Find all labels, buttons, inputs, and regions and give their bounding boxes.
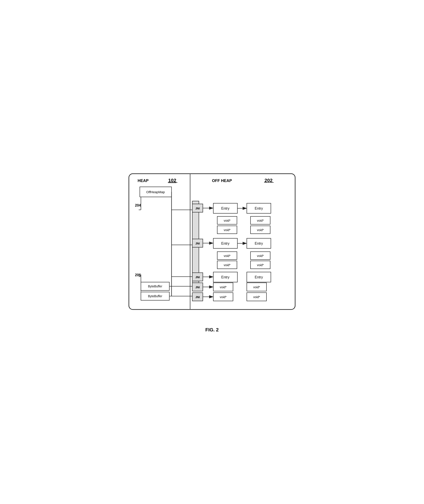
bytebuffer-label-1: ByteBuffer <box>148 285 162 288</box>
jni-label-3c: JNI <box>195 295 200 299</box>
void-label-3-2-1: void* <box>253 285 260 289</box>
entry-label-2-1: Entry <box>221 242 229 245</box>
jni-label-2: JNI <box>195 242 200 245</box>
diagram-svg: HEAP 102 OFF HEAP 202 OffHeapMap 204 JNI <box>127 172 297 320</box>
entry-label-1-2: Entry <box>255 207 263 210</box>
void-label-3-1-1: void* <box>220 285 227 289</box>
void-label-3-2-2: void* <box>253 295 260 299</box>
heap-label: HEAP <box>138 179 149 183</box>
bytebuffer-label-2: ByteBuffer <box>148 294 162 298</box>
void-label-2-1-1: void* <box>224 254 231 258</box>
page-container: HEAP 102 OFF HEAP 202 OffHeapMap 204 JNI <box>127 172 297 333</box>
void-label-1-1-2: void* <box>224 228 231 232</box>
entry-label-1-1: Entry <box>221 207 229 210</box>
void-label-1-1-1: void* <box>224 219 231 222</box>
label-204: 204 <box>135 204 141 207</box>
void-label-2-2-2: void* <box>257 263 264 267</box>
jni-label-1: JNI <box>195 207 200 210</box>
offheapmap-label: OffHeapMap <box>146 190 165 194</box>
jni-label-3b: JNI <box>195 286 200 289</box>
void-label-1-2-1: void* <box>257 219 264 222</box>
void-label-2-2-1: void* <box>257 254 264 258</box>
void-label-1-2-2: void* <box>257 228 264 232</box>
label-206: 206 <box>135 273 141 277</box>
offheap-label: OFF HEAP <box>212 179 232 183</box>
void-label-2-1-2: void* <box>224 263 231 267</box>
figure-label: FIG. 2 <box>205 327 218 333</box>
entry-label-3-1: Entry <box>221 275 229 279</box>
diagram-area: HEAP 102 OFF HEAP 202 OffHeapMap 204 JNI <box>127 172 297 320</box>
entry-label-2-2: Entry <box>255 242 263 245</box>
entry-label-3-2: Entry <box>255 275 263 279</box>
void-label-3-1-2: void* <box>220 295 227 299</box>
jni-label-3a: JNI <box>195 275 200 279</box>
